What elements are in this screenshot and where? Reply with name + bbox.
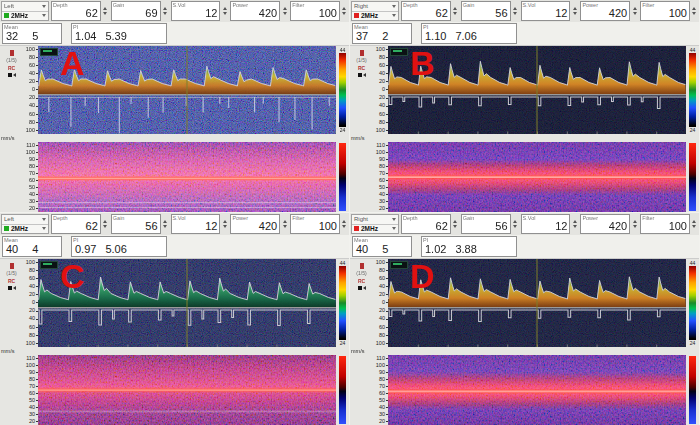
axis-tick-label: 110 — [26, 143, 38, 148]
spinner-up-icon[interactable] — [692, 220, 696, 223]
spinner-up-icon[interactable] — [573, 220, 577, 223]
spinner-down-icon[interactable] — [692, 12, 696, 15]
display-area: (1/5) RC mm/s 10080604020020406080100 D … — [350, 259, 699, 425]
chevron-down-icon[interactable] — [42, 218, 46, 221]
sample-volume-field[interactable]: S.Vol 12 — [171, 1, 221, 21]
spinner-up-icon[interactable] — [633, 7, 637, 10]
filter-field[interactable]: Filter 100 — [290, 214, 340, 234]
mmode-image — [38, 142, 336, 212]
gain-field[interactable]: Gain 69 — [111, 1, 161, 21]
spinner-down-icon[interactable] — [103, 12, 107, 15]
spinner-down-icon[interactable] — [342, 225, 346, 228]
field-value: 12 — [205, 220, 217, 232]
mmode-y-axis: 1101009080706050403020 — [373, 355, 388, 425]
chevron-down-icon[interactable] — [42, 14, 46, 17]
depth-fieldwrap: Depth 62 — [401, 1, 459, 21]
depth-field[interactable]: Depth 62 — [401, 1, 451, 21]
spinner-down-icon[interactable] — [453, 12, 457, 15]
probe-channel-select[interactable]: Left 2MHz — [1, 214, 49, 234]
spinner-up-icon[interactable] — [573, 7, 577, 10]
mmode-display[interactable] — [388, 355, 686, 425]
spinner-down-icon[interactable] — [692, 225, 696, 228]
triangle-marker-icon — [13, 73, 16, 77]
display-sidebar: (1/5) RC mm/s — [0, 46, 23, 212]
filter-field[interactable]: Filter 100 — [290, 1, 340, 21]
probe-channel-select[interactable]: Left 2MHz — [1, 1, 49, 21]
gain-field[interactable]: Gain 56 — [461, 214, 511, 234]
field-label: Gain — [113, 215, 125, 221]
spinner-down-icon[interactable] — [223, 12, 227, 15]
probe-channel-select[interactable]: Right 2MHz — [351, 1, 399, 21]
power-field[interactable]: Power 420 — [580, 214, 630, 234]
chevron-down-icon[interactable] — [42, 227, 46, 230]
spinner-up-icon[interactable] — [223, 220, 227, 223]
depth-field[interactable]: Depth 62 — [51, 214, 101, 234]
spinner-down-icon[interactable] — [283, 225, 287, 228]
spinner-down-icon[interactable] — [633, 225, 637, 228]
sample-volume-field[interactable]: S.Vol 12 — [171, 214, 221, 234]
chevron-down-icon[interactable] — [392, 218, 396, 221]
gain-fieldwrap: Gain 56 — [461, 214, 519, 234]
spinner-up-icon[interactable] — [283, 7, 287, 10]
spinner-down-icon[interactable] — [513, 225, 517, 228]
spinner-down-icon[interactable] — [342, 12, 346, 15]
spinner-up-icon[interactable] — [283, 220, 287, 223]
chevron-down-icon[interactable] — [392, 5, 396, 8]
mmode-colorbar-column — [336, 142, 349, 212]
chevron-down-icon[interactable] — [42, 5, 46, 8]
sample-volume-field[interactable]: S.Vol 12 — [521, 214, 571, 234]
spinner-up-icon[interactable] — [692, 7, 696, 10]
filter-field[interactable]: Filter 100 — [640, 1, 690, 21]
mmode-display[interactable] — [388, 142, 686, 212]
gain-field[interactable]: Gain 56 — [461, 1, 511, 21]
sample-volume-field[interactable]: S.Vol 12 — [521, 1, 571, 21]
mmode-display[interactable] — [38, 355, 336, 425]
mmode-row: 1101009080706050403020 — [373, 142, 699, 212]
depth-field[interactable]: Depth 62 — [401, 214, 451, 234]
gain-fieldwrap: Gain 69 — [111, 1, 169, 21]
mmode-display[interactable] — [38, 142, 336, 212]
spectral-display[interactable]: D — [388, 259, 686, 347]
chevron-down-icon[interactable] — [392, 14, 396, 17]
mmode-image — [388, 355, 686, 425]
spectral-colorbar — [689, 266, 696, 340]
spinner-up-icon[interactable] — [223, 7, 227, 10]
spectral-display[interactable]: B — [388, 46, 686, 134]
spinner-up-icon[interactable] — [453, 220, 457, 223]
spinner-down-icon[interactable] — [453, 225, 457, 228]
spinner-down-icon[interactable] — [573, 225, 577, 228]
spinner-up-icon[interactable] — [342, 7, 346, 10]
spinner-up-icon[interactable] — [513, 7, 517, 10]
power-field[interactable]: Power 420 — [230, 1, 280, 21]
filter-field[interactable]: Filter 100 — [640, 214, 690, 234]
spinner-down-icon[interactable] — [573, 12, 577, 15]
power-field[interactable]: Power 420 — [230, 214, 280, 234]
spinner-down-icon[interactable] — [223, 225, 227, 228]
spectral-display[interactable]: C — [38, 259, 336, 347]
spinner-down-icon[interactable] — [283, 12, 287, 15]
spinner-down-icon[interactable] — [163, 225, 167, 228]
spinner-down-icon[interactable] — [163, 12, 167, 15]
colorbar-min-label: 24 — [690, 340, 696, 346]
spinner-up-icon[interactable] — [342, 220, 346, 223]
spinner-up-icon[interactable] — [633, 220, 637, 223]
probe-channel-select[interactable]: Right 2MHz — [351, 214, 399, 234]
channel-color-swatch — [354, 13, 359, 18]
spinner-up-icon[interactable] — [103, 7, 107, 10]
filter-spinner — [691, 1, 698, 21]
spinner-up-icon[interactable] — [163, 7, 167, 10]
pi-value-1: 0.97 — [75, 243, 96, 255]
spinner-up-icon[interactable] — [103, 220, 107, 223]
spinner-down-icon[interactable] — [513, 12, 517, 15]
spinner-up-icon[interactable] — [163, 220, 167, 223]
spectral-display[interactable]: A — [38, 46, 336, 134]
power-field[interactable]: Power 420 — [580, 1, 630, 21]
spinner-up-icon[interactable] — [453, 7, 457, 10]
spinner-down-icon[interactable] — [103, 225, 107, 228]
display-gap — [23, 347, 349, 355]
chevron-down-icon[interactable] — [392, 227, 396, 230]
depth-field[interactable]: Depth 62 — [51, 1, 101, 21]
spinner-up-icon[interactable] — [513, 220, 517, 223]
gain-field[interactable]: Gain 56 — [111, 214, 161, 234]
spinner-down-icon[interactable] — [633, 12, 637, 15]
